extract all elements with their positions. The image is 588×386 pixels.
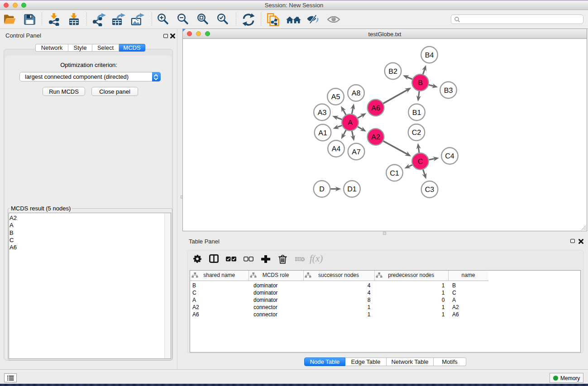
svg-text:A5: A5 — [331, 93, 340, 101]
svg-text:C1: C1 — [390, 170, 399, 177]
svg-text:A8: A8 — [352, 90, 361, 97]
svg-text:A7: A7 — [352, 148, 361, 156]
svg-text:A2: A2 — [371, 133, 380, 141]
svg-text:C3: C3 — [425, 186, 435, 194]
svg-text:B1: B1 — [412, 109, 421, 117]
svg-text:D: D — [319, 186, 325, 193]
svg-text:A3: A3 — [318, 109, 327, 117]
svg-text:A1: A1 — [318, 129, 327, 137]
svg-text:A6: A6 — [371, 105, 380, 112]
svg-text:D1: D1 — [347, 186, 357, 193]
svg-text:C4: C4 — [445, 152, 454, 160]
svg-text:C: C — [418, 158, 423, 166]
svg-text:A4: A4 — [332, 145, 341, 153]
svg-text:B4: B4 — [425, 52, 434, 59]
svg-text:A: A — [348, 119, 353, 127]
svg-text:B2: B2 — [388, 68, 397, 76]
svg-text:B3: B3 — [444, 87, 453, 95]
svg-text:B: B — [418, 79, 423, 87]
svg-text:C2: C2 — [412, 129, 421, 137]
